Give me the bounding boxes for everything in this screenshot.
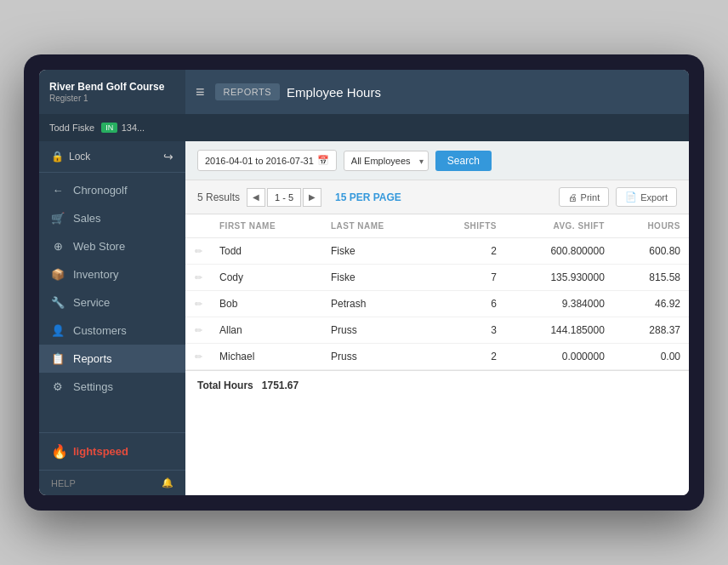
cell-hours: 815.58 <box>613 265 689 291</box>
edit-cell[interactable]: ✏ <box>185 238 211 265</box>
sidebar-item-label: Settings <box>73 380 113 393</box>
sidebar-item-inventory[interactable]: 📦 Inventory <box>39 260 185 288</box>
help-row: HELP 🔔 <box>39 470 185 495</box>
edit-cell[interactable]: ✏ <box>185 291 211 317</box>
sidebar-item-label: Sales <box>73 212 101 225</box>
help-label[interactable]: HELP <box>51 478 76 488</box>
customers-icon: 👤 <box>51 324 65 337</box>
cell-first-name: Todd <box>211 238 322 265</box>
lightspeed-logo: 🔥 lightspeed <box>51 443 173 459</box>
cell-hours: 600.80 <box>613 238 689 265</box>
screen: River Bend Golf Course Register 1 ≡ REPO… <box>39 70 689 495</box>
table-row: ✏ Todd Fiske 2 600.800000 600.80 <box>185 238 689 265</box>
date-range-input[interactable]: 2016-04-01 to 2016-07-31 📅 <box>197 150 337 171</box>
sidebar-item-label: Reports <box>73 352 112 365</box>
results-left: 5 Results ◀ 1 - 5 ▶ 15 PER PAGE <box>197 188 401 207</box>
sidebar-item-settings[interactable]: ⚙ Settings <box>39 373 185 401</box>
sidebar-item-label: Web Store <box>73 240 125 253</box>
sales-icon: 🛒 <box>51 212 65 225</box>
sidebar-item-label: Customers <box>73 324 127 337</box>
logo-text: lightspeed <box>73 445 128 458</box>
inventory-icon: 📦 <box>51 268 65 281</box>
cell-hours: 288.37 <box>613 317 689 344</box>
cell-last-name: Fiske <box>322 265 429 291</box>
top-bar: River Bend Golf Course Register 1 ≡ REPO… <box>39 70 689 114</box>
lock-icon: 🔒 <box>51 151 64 163</box>
sidebar-item-webstore[interactable]: ⊕ Web Store <box>39 232 185 260</box>
chronogolf-icon: ← <box>51 184 65 197</box>
cell-shifts: 7 <box>429 265 505 291</box>
cell-avg-shift: 135.930000 <box>505 265 613 291</box>
table-row: ✏ Cody Fiske 7 135.930000 815.58 <box>185 265 689 291</box>
sidebar-bottom: 🔥 lightspeed <box>39 432 185 470</box>
calendar-icon: 📅 <box>317 155 329 166</box>
total-value: 1751.67 <box>262 380 299 391</box>
lock-button[interactable]: 🔒 Lock <box>51 151 90 163</box>
cell-last-name: Petrash <box>322 291 429 317</box>
sidebar-item-chronogolf[interactable]: ← Chronogolf <box>39 176 185 204</box>
sidebar-nav: ← Chronogolf 🛒 Sales ⊕ Web Store 📦 Inven… <box>39 173 185 432</box>
exit-icon[interactable]: ↪ <box>163 150 173 163</box>
col-shifts: SHIFTS <box>429 214 505 238</box>
results-count: 5 Results <box>197 191 240 203</box>
export-icon: 📄 <box>625 191 637 203</box>
cell-last-name: Fiske <box>322 238 429 265</box>
results-bar: 5 Results ◀ 1 - 5 ▶ 15 PER PAGE 🖨 Print <box>185 180 689 214</box>
cell-shifts: 6 <box>429 291 505 317</box>
device-frame: River Bend Golf Course Register 1 ≡ REPO… <box>24 54 704 511</box>
page-title: Employee Hours <box>287 85 381 100</box>
cell-avg-shift: 9.384000 <box>505 291 613 317</box>
employee-hours-table: FIRST NAME LAST NAME SHIFTS AVG. SHIFT H… <box>185 214 689 370</box>
print-button[interactable]: 🖨 Print <box>559 187 610 207</box>
help-icon: 🔔 <box>162 477 173 488</box>
cell-first-name: Bob <box>211 291 322 317</box>
cell-first-name: Allan <box>211 317 322 344</box>
col-last-name: LAST NAME <box>322 214 429 238</box>
cell-avg-shift: 0.000000 <box>505 344 613 370</box>
webstore-icon: ⊕ <box>51 240 65 253</box>
sidebar-header: River Bend Golf Course Register 1 <box>39 74 185 111</box>
register-label: Register 1 <box>49 94 175 103</box>
col-avg-shift: AVG. SHIFT <box>505 214 613 238</box>
sidebar-item-sales[interactable]: 🛒 Sales <box>39 204 185 232</box>
print-label: Print <box>581 192 600 203</box>
edit-cell[interactable]: ✏ <box>185 265 211 291</box>
main-layout: 🔒 Lock ↪ ← Chronogolf 🛒 Sales ⊕ <box>39 141 689 495</box>
search-button[interactable]: Search <box>435 151 492 171</box>
pagination: ◀ 1 - 5 ▶ <box>247 188 321 207</box>
table-row: ✏ Allan Pruss 3 144.185000 288.37 <box>185 317 689 344</box>
sidebar-item-reports[interactable]: 📋 Reports <box>39 345 185 373</box>
table-row: ✏ Michael Pruss 2 0.000000 0.00 <box>185 344 689 370</box>
service-icon: 🔧 <box>51 296 65 309</box>
user-bar: Todd Fiske IN 134... <box>39 114 689 141</box>
cell-shifts: 2 <box>429 344 505 370</box>
user-name: Todd Fiske <box>49 123 94 133</box>
sidebar-item-service[interactable]: 🔧 Service <box>39 288 185 317</box>
cell-avg-shift: 144.185000 <box>505 317 613 344</box>
col-edit <box>185 214 211 238</box>
user-badge: IN <box>101 123 117 133</box>
prev-page-button[interactable]: ◀ <box>247 188 265 207</box>
edit-cell[interactable]: ✏ <box>185 317 211 344</box>
top-bar-right: ≡ REPORTS Employee Hours <box>185 70 689 114</box>
export-button[interactable]: 📄 Export <box>616 187 677 207</box>
sidebar-item-customers[interactable]: 👤 Customers <box>39 317 185 345</box>
filter-bar: 2016-04-01 to 2016-07-31 📅 All Employees… <box>185 141 689 180</box>
sidebar-lock-row: 🔒 Lock ↪ <box>39 141 185 173</box>
per-page-link[interactable]: 15 PER PAGE <box>335 191 401 203</box>
edit-cell[interactable]: ✏ <box>185 344 211 370</box>
sidebar-item-label: Inventory <box>73 268 118 281</box>
content-area: 2016-04-01 to 2016-07-31 📅 All Employees… <box>185 141 689 495</box>
total-row: Total Hours 1751.67 <box>185 370 689 400</box>
next-page-button[interactable]: ▶ <box>303 188 321 207</box>
cell-hours: 0.00 <box>613 344 689 370</box>
employee-select[interactable]: All Employees <box>344 151 429 171</box>
cell-last-name: Pruss <box>322 344 429 370</box>
cell-avg-shift: 600.800000 <box>505 238 613 265</box>
cell-shifts: 2 <box>429 238 505 265</box>
cell-last-name: Pruss <box>322 317 429 344</box>
cell-shifts: 3 <box>429 317 505 344</box>
settings-icon: ⚙ <box>51 380 65 393</box>
hamburger-button[interactable]: ≡ <box>196 83 205 101</box>
user-badge-num: 134... <box>122 123 145 133</box>
